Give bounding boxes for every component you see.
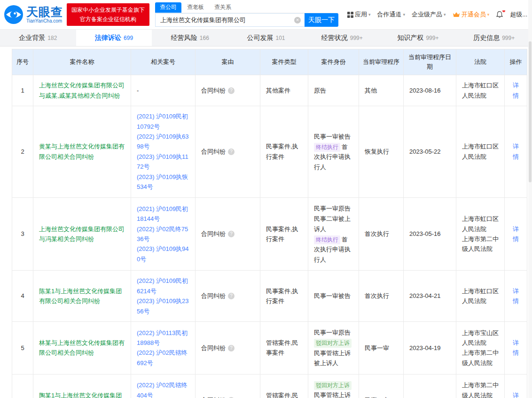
case-name-link[interactable]: 陶某1与上海丝芭文化传媒集团有限公司相关合同纠纷 (39, 390, 125, 398)
case-procedure-cell: 其他 (359, 75, 404, 106)
case-index: 4 (12, 271, 33, 322)
table-body: 1上海丝芭文化传媒集团有限公司与戚某,戚某其他相关合同纠纷-合同纠纷?其他案件原… (12, 75, 527, 398)
notification-bell[interactable] (496, 11, 503, 18)
case-detail-link[interactable]: 详情 (513, 226, 519, 242)
case-number-link[interactable]: (2021) 沪0109民初18144号 (137, 204, 189, 224)
case-number-link[interactable]: (2023) 沪0109执2356号 (137, 296, 189, 316)
case-type-cell: 民事案件,执行案件 (260, 271, 308, 322)
search-button[interactable]: 天眼一下 (305, 13, 338, 27)
court-name: 上海市虹口区人民法院 (462, 80, 499, 101)
tab-count: 999+ (350, 35, 363, 41)
case-role: 原告 (314, 86, 353, 95)
case-numbers-cell: (2022) 沪0109民初6214号(2023) 沪0109执2356号 (131, 271, 196, 322)
chevron-down-icon: ▾ (444, 12, 446, 17)
col-case-role: 案件身份 (308, 49, 359, 75)
tab-legal-proceedings[interactable]: 法律诉讼699 (76, 30, 152, 46)
case-cause: 合同纠纷 (201, 230, 226, 237)
litigation-table-section: 序号案件名称相关案号案由案件类型案件身份当前审理程序当前审理程序日期法院操作 1… (0, 47, 532, 398)
case-number-link[interactable]: (2022) 沪02民辖终692号 (137, 348, 189, 368)
menu-super-vip[interactable]: 超级... (510, 10, 527, 19)
tab-company-development[interactable]: 公司发展101 (228, 30, 304, 46)
menu-item-label: 开通会员 (462, 10, 486, 19)
case-name-link[interactable]: 林某与上海丝芭文化传媒集团有限公司相关合同纠纷 (39, 338, 125, 358)
case-courts-cell: 上海市宝山区人民法院上海市第二中级人民法院 (456, 322, 505, 375)
case-number-link[interactable]: (2023) 沪0109执1172号 (137, 152, 189, 172)
case-role: 终结执行首次执行申请执行人 (314, 234, 353, 265)
case-detail-link[interactable]: 详情 (513, 288, 519, 304)
case-numbers-cell: (2022) 沪02民辖终404号(2022) 沪0109民初6321号 (131, 374, 196, 398)
tab-intellectual-property[interactable]: 知识产权999+ (380, 30, 456, 46)
case-detail-link[interactable]: 详情 (513, 143, 519, 160)
tab-business-risk[interactable]: 经营风险166 (152, 30, 228, 46)
help-icon[interactable]: ? (228, 231, 235, 237)
case-name-link[interactable]: 上海丝芭文化传媒集团有限公司与戚某,戚某其他相关合同纠纷 (39, 80, 125, 101)
case-number-link[interactable]: (2021) 沪0109民初10792号 (137, 111, 189, 132)
case-date-cell: 2022-11-16 (404, 374, 456, 398)
help-icon[interactable]: ? (228, 293, 235, 299)
top-menu: 应用▾合作通道▾企业级产品▾开通会员▾超级... (347, 10, 527, 19)
certification-line2: 官方备案企业征信机构 (71, 15, 145, 24)
case-courts-cell: 上海市虹口区人民法院 (456, 75, 505, 106)
case-cause-cell: 合同纠纷? (196, 271, 260, 322)
menu-cooperation-channel[interactable]: 合作通道▾ (377, 10, 406, 19)
case-detail-link[interactable]: 详情 (513, 392, 519, 398)
tab-business-status[interactable]: 经营状况999+ (304, 30, 380, 46)
case-number-link[interactable]: (2022) 沪02民终7536号 (137, 224, 189, 244)
case-index: 5 (12, 322, 33, 375)
tab-label: 经营状况 (321, 34, 348, 42)
crown-icon (453, 12, 460, 17)
tab-company-background[interactable]: 企业背景182 (0, 30, 76, 46)
tab-label: 历史信息 (473, 34, 500, 42)
case-number-link[interactable]: (2023) 沪0109执恢534号 (137, 172, 189, 192)
case-type-cell: 民事案件,执行案件 (260, 106, 308, 198)
col-case-type: 案件类型 (260, 49, 308, 75)
case-role: 民事一审被告 (314, 291, 353, 301)
case-cause-cell: 合同纠纷? (196, 106, 260, 198)
case-number-link[interactable]: (2023) 沪0109执940号 (137, 244, 189, 264)
case-number-link[interactable]: (2022) 沪0109民初6214号 (137, 276, 189, 296)
court-name: 上海市第二中级人民法院 (462, 380, 499, 398)
case-index: 6 (12, 374, 33, 398)
case-number-link[interactable]: (2022) 沪0109执6398号 (137, 132, 189, 152)
case-number-link[interactable]: (2022) 沪0113民初18988号 (137, 328, 189, 348)
case-name-link[interactable]: 陈某1与上海丝芭文化传媒集团有限公司相关合同纠纷 (39, 286, 125, 306)
case-roles-cell: 原告 (308, 75, 359, 106)
menu-enterprise-products[interactable]: 企业级产品▾ (412, 10, 446, 19)
case-role: 驳回对方上诉民事管辖上诉被上诉人 (314, 380, 353, 398)
case-action-cell: 详情 (505, 106, 527, 198)
scrollbar-thumb[interactable] (529, 41, 532, 182)
brand-domain: TianYanCha.com (26, 18, 63, 23)
tianyancha-logo-icon (4, 5, 23, 24)
case-action-cell: 详情 (505, 322, 527, 375)
help-icon[interactable]: ? (228, 345, 235, 351)
case-name-link[interactable]: 黄某与上海丝芭文化传媒集团有限公司相关合同纠纷 (39, 141, 125, 162)
search-tab-boss[interactable]: 查老板 (182, 2, 209, 13)
help-icon[interactable]: ? (228, 87, 235, 94)
case-number-link[interactable]: (2022) 沪02民辖终404号 (137, 380, 189, 398)
case-name-cell: 上海丝芭文化传媒集团有限公司与冯某相关合同纠纷 (33, 197, 131, 271)
litigation-table: 序号案件名称相关案号案由案件类型案件身份当前审理程序当前审理程序日期法院操作 1… (12, 49, 527, 398)
search-tab-company[interactable]: 查公司 (155, 2, 181, 13)
brand-logo[interactable]: 天眼查 TianYanCha.com (4, 5, 63, 24)
search-tab-relation[interactable]: 查关系 (210, 2, 236, 13)
case-detail-link[interactable]: 详情 (513, 82, 519, 99)
menu-apps[interactable]: 应用▾ (347, 10, 371, 19)
case-detail-link[interactable]: 详情 (513, 339, 519, 356)
case-name-link[interactable]: 上海丝芭文化传媒集团有限公司与冯某相关合同纠纷 (39, 224, 125, 244)
help-icon[interactable]: ? (228, 148, 235, 155)
clear-icon[interactable]: × (294, 17, 301, 23)
tab-history-info[interactable]: 历史信息999+ (456, 30, 532, 46)
case-cause-cell: 合同纠纷? (196, 322, 260, 375)
case-role: 民事一审被告 (314, 132, 353, 141)
status-badge: 驳回对方上诉 (314, 381, 352, 390)
table-row: 3上海丝芭文化传媒集团有限公司与冯某相关合同纠纷(2021) 沪0109民初18… (12, 197, 527, 271)
case-courts-cell: 上海市虹口区人民法院 (456, 106, 505, 198)
menu-upgrade-vip[interactable]: 开通会员▾ (453, 10, 490, 19)
col-case-name: 案件名称 (33, 49, 131, 75)
menu-item-label: 应用 (355, 10, 367, 19)
tab-count: 699 (124, 35, 133, 41)
case-courts-cell: 上海市虹口区人民法院 (456, 271, 505, 322)
scrollbar-track[interactable] (528, 0, 532, 398)
search-input[interactable] (155, 13, 305, 27)
case-cause-cell: 合同纠纷? (196, 75, 260, 106)
